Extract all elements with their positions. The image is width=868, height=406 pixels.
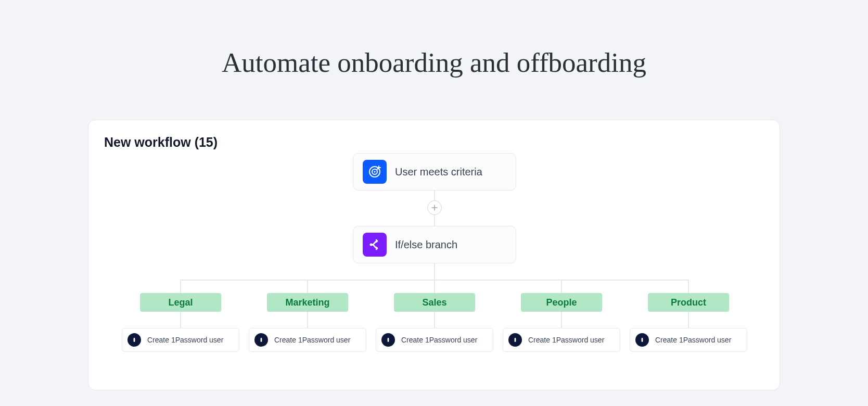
action-label: Create 1Password user <box>528 336 604 344</box>
onepassword-icon <box>635 333 649 347</box>
action-label: Create 1Password user <box>401 336 477 344</box>
target-icon <box>363 160 387 184</box>
onepassword-icon <box>254 333 268 347</box>
action-node[interactable]: Create 1Password user <box>249 328 366 352</box>
branch-pill-label: Marketing <box>285 297 329 308</box>
trigger-label: User meets criteria <box>395 166 482 178</box>
svg-rect-9 <box>388 338 389 342</box>
connector <box>180 312 181 328</box>
branch-label: If/else branch <box>395 239 457 251</box>
action-node[interactable]: Create 1Password user <box>630 328 747 352</box>
connector <box>688 280 689 293</box>
branch-node[interactable]: If/else branch <box>353 226 516 263</box>
svg-rect-5 <box>134 338 135 342</box>
workflow-card: New workflow (15) <box>88 120 780 390</box>
branch-pill-label: Product <box>671 297 706 308</box>
branch-pill-marketing[interactable]: Marketing <box>267 293 348 312</box>
connector <box>561 280 562 293</box>
branch-pill-legal[interactable]: Legal <box>140 293 221 312</box>
branch-pill-product[interactable]: Product <box>648 293 729 312</box>
connector <box>434 215 435 226</box>
connector <box>434 280 435 293</box>
branch-icon <box>363 233 387 257</box>
connector <box>180 280 181 293</box>
branch-pill-sales[interactable]: Sales <box>394 293 475 312</box>
action-node[interactable]: Create 1Password user <box>122 328 239 352</box>
connector <box>307 312 308 328</box>
onepassword-icon <box>127 333 141 347</box>
page-title: Automate onboarding and offboarding <box>222 47 646 78</box>
svg-rect-11 <box>515 338 516 342</box>
branch-pill-label: Sales <box>422 297 446 308</box>
svg-rect-7 <box>261 338 262 342</box>
workflow-title: New workflow (15) <box>104 135 764 150</box>
action-label: Create 1Password user <box>274 336 350 344</box>
connector <box>688 312 689 328</box>
connector <box>561 312 562 328</box>
onepassword-icon <box>381 333 395 347</box>
branch-pill-people[interactable]: People <box>521 293 602 312</box>
add-step-button[interactable] <box>427 200 442 215</box>
connector <box>434 191 435 200</box>
connector <box>434 312 435 328</box>
connector <box>307 280 308 293</box>
action-node[interactable]: Create 1Password user <box>503 328 620 352</box>
onepassword-icon <box>508 333 522 347</box>
page: Automate onboarding and offboarding New … <box>0 0 868 406</box>
svg-point-2 <box>374 171 376 173</box>
action-node[interactable]: Create 1Password user <box>376 328 493 352</box>
svg-rect-13 <box>642 338 643 342</box>
action-label: Create 1Password user <box>147 336 223 344</box>
action-label: Create 1Password user <box>655 336 731 344</box>
branch-pill-label: Legal <box>168 297 193 308</box>
connector <box>434 263 435 280</box>
branch-pill-label: People <box>546 297 577 308</box>
workflow-diagram: User meets criteria If/else branch <box>104 153 764 390</box>
trigger-node[interactable]: User meets criteria <box>353 153 516 191</box>
